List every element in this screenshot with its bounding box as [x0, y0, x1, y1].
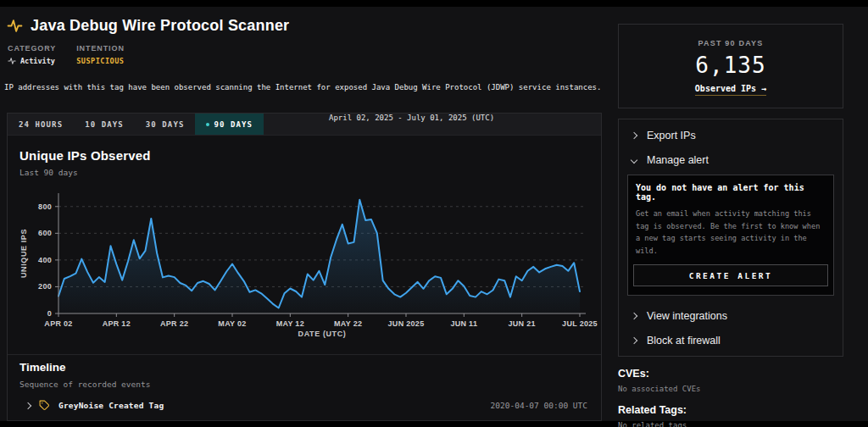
- svg-text:JUN 11: JUN 11: [450, 319, 477, 328]
- observed-ips-count: 6,135: [619, 53, 843, 78]
- chart-title: Unique IPs Observed: [19, 148, 151, 163]
- chevron-down-icon: [631, 156, 637, 163]
- chevron-right-icon: [631, 131, 637, 138]
- timeline-event-timestamp: 2020-04-07 00:00 UTC: [491, 401, 587, 410]
- svg-text:0: 0: [47, 309, 52, 318]
- svg-text:MAY 12: MAY 12: [276, 319, 304, 328]
- svg-text:JUL 2025: JUL 2025: [562, 319, 598, 328]
- svg-text:MAY 22: MAY 22: [334, 319, 362, 328]
- category-value: Activity: [8, 57, 56, 65]
- manage-alert-button[interactable]: Manage alert: [627, 147, 834, 172]
- panel-divider: [8, 354, 601, 355]
- tab-90-days[interactable]: 90 DAYS: [195, 114, 264, 135]
- related-tags-block: Related Tags: No related tags: [618, 404, 843, 427]
- svg-text:APR 02: APR 02: [44, 319, 72, 328]
- create-alert-button[interactable]: CREATE ALERT: [633, 264, 828, 286]
- tab-label: 90 DAYS: [214, 120, 253, 129]
- timeline-event-row[interactable]: GreyNoise Created Tag 2020-04-07 00:00 U…: [19, 400, 587, 411]
- category-label: CATEGORY: [8, 44, 56, 53]
- action-label: Export IPs: [647, 130, 696, 141]
- svg-text:JUN 21: JUN 21: [509, 319, 536, 328]
- page-header: Java Debug Wire Protocol Scanner: [7, 17, 289, 35]
- tag-description: IP addresses with this tag have been obs…: [4, 83, 601, 92]
- action-label: Manage alert: [647, 154, 709, 166]
- tab-24-hours[interactable]: 24 HOURS: [8, 114, 74, 135]
- page-title: Java Debug Wire Protocol Scanner: [31, 17, 289, 35]
- tab-10-days[interactable]: 10 DAYS: [74, 114, 135, 135]
- chart-header: Unique IPs Observed Last 90 days: [19, 148, 151, 177]
- observed-ips-link[interactable]: Observed IPs →: [695, 84, 766, 96]
- intention-block: INTENTION SUSPICIOUS: [76, 44, 125, 65]
- chevron-right-icon: [631, 313, 637, 319]
- observed-ips-card: PAST 90 DAYS 6,135 Observed IPs →: [618, 24, 843, 108]
- export-ips-button[interactable]: Export IPs: [627, 123, 834, 147]
- action-label: Block at firewall: [647, 335, 721, 347]
- tab-label: 24 HOURS: [19, 120, 63, 129]
- cves-block: CVEs: No associated CVEs: [618, 368, 843, 393]
- stat-period-label: PAST 90 DAYS: [619, 39, 843, 47]
- tab-30-days[interactable]: 30 DAYS: [135, 114, 196, 135]
- intention-value: SUSPICIOUS: [76, 57, 125, 65]
- tag-icon: [39, 400, 50, 411]
- active-tab-dot: [206, 123, 209, 126]
- intention-label: INTENTION: [76, 44, 125, 53]
- chart-subtitle: Last 90 days: [19, 168, 151, 177]
- svg-text:200: 200: [38, 282, 52, 291]
- tab-label: 10 DAYS: [85, 120, 124, 129]
- date-range-text: April 02, 2025 - July 01, 2025 (UTC): [329, 114, 494, 122]
- timeline-title: Timeline: [19, 361, 587, 374]
- related-tags-label: Related Tags:: [618, 404, 843, 416]
- view-integrations-button[interactable]: View integrations: [627, 303, 834, 328]
- time-range-tabs: 24 HOURS 10 DAYS 30 DAYS 90 DAYS April 0…: [8, 114, 601, 136]
- related-tags-value: No related tags: [618, 421, 843, 427]
- block-at-firewall-button[interactable]: Block at firewall: [627, 328, 834, 352]
- tag-meta: CATEGORY Activity INTENTION SUSPICIOUS: [8, 44, 125, 65]
- svg-text:APR 22: APR 22: [160, 319, 188, 328]
- alert-headline: You do not have an alert for this tag.: [633, 183, 828, 202]
- category-block: CATEGORY Activity: [8, 44, 56, 65]
- unique-ips-chart: 0200400600800APR 02APR 12APR 22MAY 02MAY…: [8, 186, 603, 347]
- svg-text:MAY 02: MAY 02: [218, 319, 246, 328]
- activity-mini-icon: [8, 57, 16, 65]
- svg-text:800: 800: [38, 202, 52, 211]
- action-label: View integrations: [647, 310, 727, 322]
- timeline-section: Timeline Sequence of recorded events Gre…: [19, 361, 587, 411]
- alert-box: You do not have an alert for this tag. G…: [627, 175, 834, 296]
- page: Java Debug Wire Protocol Scanner CATEGOR…: [0, 7, 868, 421]
- activity-icon: [7, 18, 23, 34]
- sidebar: PAST 90 DAYS 6,135 Observed IPs → Export…: [618, 24, 843, 427]
- actions-card: Export IPs Manage alert You do not have …: [618, 119, 843, 357]
- svg-text:APR 12: APR 12: [103, 319, 131, 328]
- chevron-right-icon: [631, 337, 637, 344]
- svg-text:400: 400: [38, 256, 52, 264]
- cves-value: No associated CVEs: [618, 385, 843, 393]
- alert-body-text: Get an email when activity matching this…: [633, 208, 828, 257]
- timeline-subtitle: Sequence of recorded events: [19, 380, 587, 389]
- activity-panel: 24 HOURS 10 DAYS 30 DAYS 90 DAYS April 0…: [7, 113, 602, 421]
- chevron-right-icon: [25, 402, 31, 408]
- timeline-event-label: GreyNoise Created Tag: [58, 401, 164, 410]
- tab-label: 30 DAYS: [146, 120, 185, 129]
- svg-text:JUN 2025: JUN 2025: [388, 319, 425, 328]
- svg-text:600: 600: [38, 229, 52, 237]
- svg-text:DATE (UTC): DATE (UTC): [298, 330, 347, 338]
- svg-text:UNIQUE IPS: UNIQUE IPS: [19, 229, 28, 278]
- cves-label: CVEs:: [618, 368, 843, 380]
- category-text: Activity: [20, 57, 55, 65]
